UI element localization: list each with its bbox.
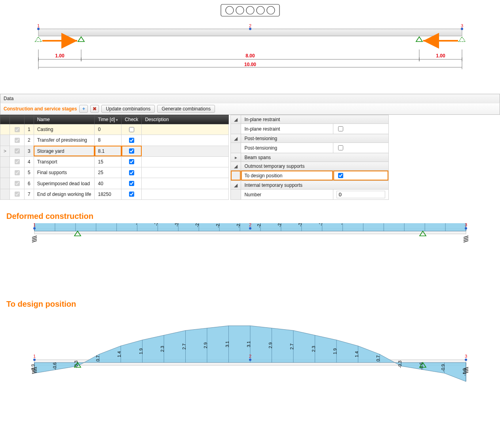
svg-text:-3.3: -3.3: [154, 223, 158, 226]
stage-check-checkbox[interactable]: [129, 148, 134, 154]
svg-text:-3.6: -3.6: [338, 223, 343, 225]
table-row[interactable]: >3Storage yard8.1: [0, 146, 229, 156]
data-panel-label: Data: [4, 96, 13, 101]
span-dim-3: 1.00: [436, 53, 445, 59]
svg-line-84: [464, 236, 468, 237]
svg-text:2.7: 2.7: [289, 344, 294, 349]
stage-check-checkbox[interactable]: [129, 127, 134, 132]
cross-section-drawing: [0, 0, 500, 22]
add-stage-button[interactable]: +: [79, 105, 88, 113]
svg-line-86: [464, 239, 468, 241]
svg-text:0.7: 0.7: [95, 355, 100, 361]
svg-line-83: [32, 241, 37, 242]
svg-text:3.1: 3.1: [224, 341, 229, 347]
deformed-title: Deformed construction: [6, 212, 500, 221]
svg-text:2.3: 2.3: [311, 346, 316, 352]
stage-check-checkbox[interactable]: [129, 138, 134, 143]
svg-text:-2.8: -2.8: [277, 223, 281, 227]
stages-table[interactable]: Name Time [d]▾ Check Description 1Castin…: [0, 115, 229, 200]
svg-text:-3.0: -3.0: [174, 223, 179, 226]
svg-text:2.9: 2.9: [203, 342, 208, 348]
property-group-header[interactable]: ▸Beam spans: [231, 153, 389, 162]
stage-check-checkbox[interactable]: [129, 159, 134, 164]
svg-point-72: [33, 227, 36, 230]
svg-point-136: [465, 359, 467, 361]
node-label-3: 3: [460, 23, 463, 28]
property-checkbox[interactable]: [338, 145, 343, 150]
svg-marker-12: [416, 37, 422, 42]
svg-text:3: 3: [464, 354, 467, 359]
svg-text:-0.9: -0.9: [440, 364, 445, 372]
hollowcore-section-icon: [221, 4, 280, 18]
svg-text:2.3: 2.3: [160, 346, 165, 352]
svg-text:-0.6: -0.6: [52, 363, 57, 370]
table-row[interactable]: 5Final supports25: [0, 167, 229, 178]
table-row[interactable]: 6Superimposed dead load40: [0, 178, 229, 189]
svg-text:2: 2: [249, 223, 251, 227]
svg-marker-13: [459, 37, 465, 42]
svg-text:1.4: 1.4: [117, 351, 122, 357]
svg-line-85: [464, 237, 468, 239]
table-row[interactable]: 7End of design working life18250: [0, 189, 229, 199]
svg-text:-0.3: -0.3: [397, 361, 402, 368]
property-group-header[interactable]: ◢Outmost temporary supports: [231, 162, 389, 171]
col-desc: Description: [142, 115, 229, 124]
row-enabled-checkbox[interactable]: [15, 181, 20, 186]
stages-toolbar: Construction and service stages + ✖ Upda…: [0, 103, 500, 115]
stage-check-checkbox[interactable]: [129, 170, 134, 175]
property-row[interactable]: Post-tensioning: [231, 143, 389, 153]
svg-text:2: 2: [249, 354, 251, 359]
property-checkbox[interactable]: [338, 173, 343, 178]
row-enabled-checkbox[interactable]: [15, 159, 20, 164]
stage-check-checkbox[interactable]: [129, 181, 134, 186]
table-row[interactable]: 1Casting0: [0, 124, 229, 135]
svg-text:1.4: 1.4: [354, 351, 359, 357]
property-group-header[interactable]: ◢In-plane restraint: [231, 115, 389, 124]
todesign-title: To design position: [6, 300, 500, 309]
delete-stage-button[interactable]: ✖: [90, 105, 99, 113]
svg-text:-2.6: -2.6: [215, 223, 220, 228]
deformed-diagram: -6.6-6.0-5.7-4.9-4.3-3.6-3.3-3.0-2.8-2.6…: [27, 223, 474, 288]
svg-marker-11: [78, 37, 84, 42]
svg-line-80: [32, 236, 37, 237]
row-enabled-checkbox[interactable]: [15, 170, 20, 175]
row-enabled-checkbox[interactable]: [15, 148, 20, 154]
property-group-header[interactable]: ◢Internal temporary supports: [231, 181, 389, 190]
svg-text:-2.8: -2.8: [195, 223, 200, 227]
span-dim-2: 8.00: [245, 53, 255, 59]
svg-text:-2.6: -2.6: [236, 223, 241, 228]
update-combinations-button[interactable]: Update combinations: [101, 105, 155, 113]
todesign-diagram: -0.9-0.6-0.30.71.41.92.32.72.93.13.12.92…: [27, 311, 474, 387]
node-label-1: 1: [37, 23, 39, 28]
beam-elevation: 1 2 3 1.00 8.00 1.00 10.00: [27, 22, 474, 85]
svg-text:-3.3: -3.3: [318, 223, 323, 226]
property-input[interactable]: [337, 191, 385, 198]
col-name: Name: [34, 115, 95, 124]
row-enabled-checkbox[interactable]: [15, 127, 20, 132]
property-row[interactable]: Number: [231, 190, 389, 200]
svg-point-132: [33, 359, 36, 361]
generate-combinations-button[interactable]: Generate combinations: [157, 105, 215, 113]
stage-check-checkbox[interactable]: [129, 192, 134, 197]
svg-point-134: [249, 359, 251, 361]
property-row[interactable]: To design position: [231, 171, 389, 181]
table-row[interactable]: 4Transport15: [0, 156, 229, 167]
stage-properties-grid[interactable]: ◢In-plane restraintIn-plane restraint◢Po…: [230, 115, 389, 200]
svg-text:3: 3: [464, 223, 467, 227]
svg-text:1.9: 1.9: [333, 348, 337, 354]
property-group-header[interactable]: ◢Post-tensioning: [231, 134, 389, 143]
data-panel-header: Data: [0, 94, 500, 103]
svg-text:-3.0: -3.0: [297, 223, 302, 226]
row-enabled-checkbox[interactable]: [15, 192, 20, 197]
row-enabled-checkbox[interactable]: [15, 138, 20, 143]
svg-text:1.9: 1.9: [138, 348, 143, 354]
property-row[interactable]: In-plane restraint: [231, 124, 389, 134]
svg-text:0.7: 0.7: [376, 355, 380, 361]
svg-text:2.7: 2.7: [181, 344, 186, 349]
stages-title: Construction and service stages: [4, 106, 77, 112]
span-dim-1: 1.00: [55, 53, 65, 59]
property-checkbox[interactable]: [338, 126, 343, 131]
svg-line-81: [32, 237, 37, 239]
table-row[interactable]: 2Transfer of prestressing8: [0, 135, 229, 146]
svg-text:-0.6: -0.6: [419, 363, 424, 370]
